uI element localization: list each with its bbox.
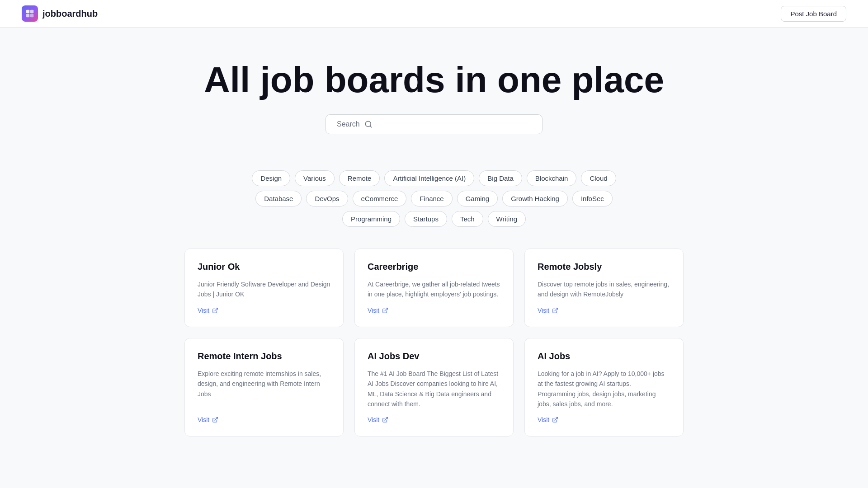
svg-line-5 — [370, 126, 371, 127]
tag-growthhacking[interactable]: Growth Hacking — [502, 191, 568, 206]
post-job-button[interactable]: Post Job Board — [781, 6, 846, 22]
card-title-careerbrige: Careerbrige — [368, 262, 500, 272]
external-link-icon — [382, 307, 388, 314]
search-container: Search — [22, 114, 846, 134]
card-visit-junior-ok[interactable]: Visit — [198, 307, 330, 314]
tag-cloud[interactable]: Cloud — [581, 170, 616, 186]
tags-container: DesignVariousRemoteArtificial Intelligen… — [208, 170, 660, 227]
tag-writing[interactable]: Writing — [488, 211, 526, 227]
hero-section: All job boards in one place Search — [0, 28, 868, 170]
svg-rect-3 — [30, 14, 34, 18]
external-link-icon — [552, 307, 558, 314]
external-link-icon — [382, 417, 388, 423]
card-visit-ai-jobs[interactable]: Visit — [538, 416, 670, 423]
card-title-junior-ok: Junior Ok — [198, 262, 330, 272]
card-visit-remote-jobsly[interactable]: Visit — [538, 307, 670, 314]
external-link-icon — [212, 417, 218, 423]
search-bar[interactable]: Search — [326, 114, 542, 134]
visit-label: Visit — [538, 416, 549, 423]
tag-ecommerce[interactable]: eCommerce — [353, 191, 407, 206]
card-title-ai-jobs: AI Jobs — [538, 351, 670, 361]
svg-line-9 — [215, 418, 217, 420]
brand-name: jobboardhub — [42, 9, 98, 19]
visit-label: Visit — [368, 416, 379, 423]
navbar: jobboardhub Post Job Board — [0, 0, 868, 28]
tag-startups[interactable]: Startups — [405, 211, 447, 227]
card-remote-intern-jobs: Remote Intern Jobs Explore exciting remo… — [184, 338, 344, 437]
svg-rect-0 — [26, 10, 29, 14]
tag-infosec[interactable]: InfoSec — [572, 191, 613, 206]
svg-line-10 — [385, 418, 387, 420]
tag-various[interactable]: Various — [295, 170, 335, 186]
svg-rect-1 — [30, 10, 34, 14]
card-title-ai-jobs-dev: AI Jobs Dev — [368, 351, 500, 361]
external-link-icon — [212, 307, 218, 314]
card-title-remote-intern-jobs: Remote Intern Jobs — [198, 351, 330, 361]
search-icon — [364, 120, 373, 128]
brand-logo-link[interactable]: jobboardhub — [22, 5, 98, 22]
card-description-ai-jobs: Looking for a job in AI? Apply to 10,000… — [538, 369, 670, 409]
tag-bigdata[interactable]: Big Data — [479, 170, 522, 186]
card-remote-jobsly: Remote Jobsly Discover top remote jobs i… — [524, 249, 684, 327]
brand-logo-icon — [22, 5, 38, 22]
card-ai-jobs-dev: AI Jobs Dev The #1 AI Job Board The Bigg… — [354, 338, 514, 437]
card-description-careerbrige: At Careerbrige, we gather all job-relate… — [368, 279, 500, 300]
visit-label: Visit — [368, 307, 379, 314]
card-ai-jobs: AI Jobs Looking for a job in AI? Apply t… — [524, 338, 684, 437]
svg-line-11 — [555, 418, 557, 420]
tag-ai[interactable]: Artificial Intelligence (AI) — [384, 170, 474, 186]
card-visit-careerbrige[interactable]: Visit — [368, 307, 500, 314]
card-description-remote-intern-jobs: Explore exciting remote internships in s… — [198, 369, 330, 409]
tag-remote[interactable]: Remote — [339, 170, 380, 186]
card-visit-ai-jobs-dev[interactable]: Visit — [368, 416, 500, 423]
visit-label: Visit — [198, 307, 209, 314]
tag-tech[interactable]: Tech — [452, 211, 483, 227]
svg-line-8 — [555, 308, 557, 311]
card-description-remote-jobsly: Discover top remote jobs in sales, engin… — [538, 279, 670, 300]
external-link-icon — [552, 417, 558, 423]
search-label: Search — [337, 120, 360, 128]
card-title-remote-jobsly: Remote Jobsly — [538, 262, 670, 272]
card-description-junior-ok: Junior Friendly Software Developer and D… — [198, 279, 330, 300]
visit-label: Visit — [538, 307, 549, 314]
svg-rect-2 — [26, 14, 29, 18]
card-description-ai-jobs-dev: The #1 AI Job Board The Biggest List of … — [368, 369, 500, 409]
visit-label: Visit — [198, 416, 209, 423]
tag-gaming[interactable]: Gaming — [457, 191, 498, 206]
cards-grid: Junior Ok Junior Friendly Software Devel… — [163, 249, 705, 458]
tag-programming[interactable]: Programming — [342, 211, 400, 227]
tag-design[interactable]: Design — [252, 170, 290, 186]
tag-devops[interactable]: DevOps — [306, 191, 348, 206]
hero-title: All job boards in one place — [22, 60, 846, 100]
card-junior-ok: Junior Ok Junior Friendly Software Devel… — [184, 249, 344, 327]
svg-line-6 — [215, 308, 217, 311]
card-visit-remote-intern-jobs[interactable]: Visit — [198, 416, 330, 423]
card-careerbrige: Careerbrige At Careerbrige, we gather al… — [354, 249, 514, 327]
svg-line-7 — [385, 308, 387, 311]
tag-blockchain[interactable]: Blockchain — [527, 170, 577, 186]
tag-finance[interactable]: Finance — [411, 191, 452, 206]
tag-database[interactable]: Database — [255, 191, 302, 206]
